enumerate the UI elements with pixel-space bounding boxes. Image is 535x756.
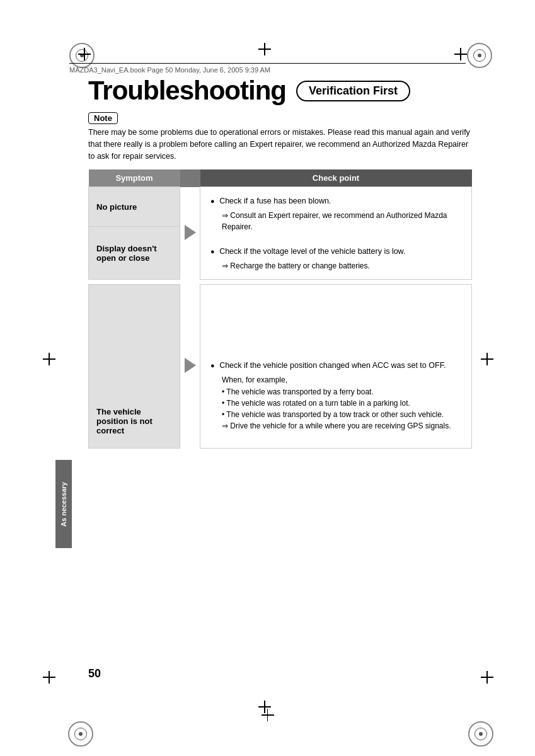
symptom-vehicle-position: The vehicle position is not correct	[89, 285, 180, 449]
th-symptom: Symptom	[89, 169, 180, 187]
symptom-no-picture: No picture	[89, 187, 180, 227]
verification-badge: Verification First	[296, 81, 410, 101]
page-container: MAZDA3_Navi_EA.book Page 50 Monday, June…	[0, 0, 535, 756]
reg-mark-br	[468, 721, 493, 747]
check-item-position: Check if the vehicle position changed wh…	[210, 359, 461, 372]
note-text: There may be some problems due to operat…	[88, 127, 472, 162]
sidebar-label: As necessary	[60, 482, 67, 527]
check-cell-combined: Check if a fuse has been blown. Consult …	[200, 187, 472, 280]
sidebar-tab: As necessary	[55, 460, 72, 548]
check-item-battery: Check if the voltage level of the vehicl…	[210, 245, 461, 258]
arrow-cell-1	[180, 187, 200, 280]
crosshair-left-mid	[43, 353, 55, 365]
note-label: Note	[88, 112, 118, 124]
crosshair-right-mid	[481, 353, 493, 365]
main-content: Troubleshooting Verification First Note …	[88, 76, 472, 449]
page-number: 50	[88, 667, 101, 680]
reg-mark-bl	[68, 721, 93, 747]
sub-item-battery: Recharge the battery or change batteries…	[222, 260, 461, 272]
header-bar: MAZDA3_Navi_EA.book Page 50 Monday, June…	[69, 63, 466, 74]
reg-mark-tr	[467, 43, 492, 68]
table-row: No picture Check if a fuse has been blow…	[89, 187, 472, 227]
arrow-icon	[185, 225, 196, 240]
note-box: Note There may be some problems due to o…	[88, 112, 472, 162]
check-item-fuse: Check if a fuse has been blown.	[210, 195, 461, 207]
crosshair-br-mid	[481, 671, 493, 684]
table-row-3: The vehicle position is not correct Chec…	[89, 285, 472, 449]
sub-item-fuse: Consult an Expert repairer, we recommend…	[222, 210, 461, 232]
crosshair-tl	[78, 48, 91, 60]
when-label: When, for example,	[222, 374, 461, 386]
arrow-icon-2	[185, 358, 196, 373]
sub-item-gps: Drive the vehicle for a while where you …	[222, 420, 461, 432]
bullet-turntable: The vehicle was rotated on a turn table …	[222, 398, 461, 409]
spacer-row	[89, 280, 472, 285]
bullet-tow: The vehicle was transported by a tow tra…	[222, 409, 461, 420]
check-cell-vehicle: Check if the vehicle position changed wh…	[200, 285, 472, 449]
page-title-main: Troubleshooting	[88, 76, 286, 106]
arrow-cell-2	[180, 285, 200, 449]
th-checkpoint: Check point	[200, 169, 472, 187]
crosshair-bl	[43, 671, 55, 684]
crosshair-tr	[454, 48, 467, 60]
symptom-display: Display doesn't open or close	[89, 227, 180, 280]
crosshair-tc	[258, 43, 271, 55]
bullet-ferry: The vehicle was transported by a ferry b…	[222, 386, 461, 398]
header-text: MAZDA3_Navi_EA.book Page 50 Monday, June…	[69, 66, 270, 74]
page-title-row: Troubleshooting Verification First	[88, 76, 472, 106]
crosshair-bc2	[258, 701, 271, 713]
trouble-table: Symptom Check point No picture	[88, 169, 472, 449]
